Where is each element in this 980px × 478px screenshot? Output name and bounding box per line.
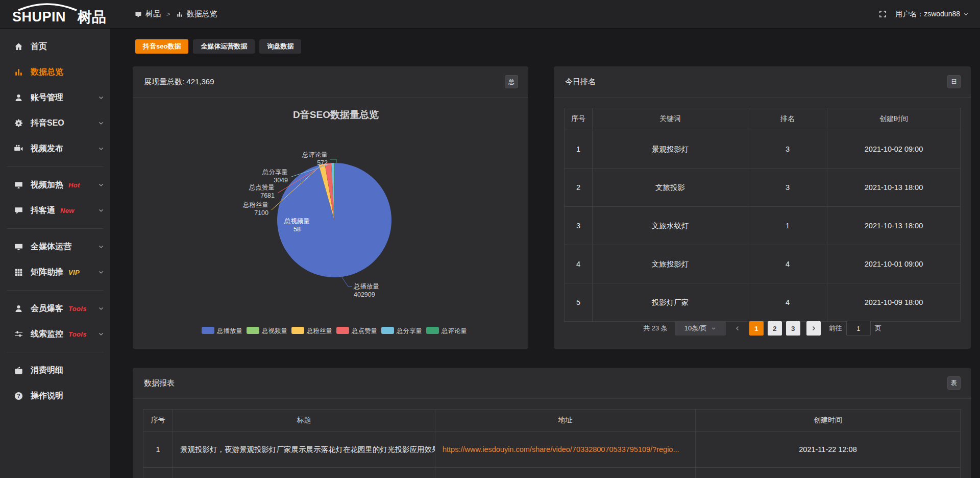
- wallet-icon: [14, 366, 23, 375]
- sliders-icon: [14, 329, 23, 339]
- cell: [143, 468, 173, 478]
- chevron-down-icon: [98, 269, 104, 275]
- cell: 文旅投影: [593, 169, 748, 207]
- sidebar-item-label: 矩阵助推: [31, 267, 63, 278]
- sidebar-item-视频加热[interactable]: 视频加热Hot: [0, 172, 110, 198]
- goto-page-input[interactable]: [846, 321, 871, 336]
- grid-icon: [13, 267, 23, 277]
- table-row: 2文旅投影32021-10-13 18:00: [565, 169, 961, 207]
- cell: [173, 468, 435, 478]
- user-icon: [13, 303, 23, 314]
- column-header: 序号: [565, 108, 593, 130]
- sidebar-item-label: 会员爆客: [31, 303, 63, 314]
- pie-chart: D音SEO数据量总览 总播放量402909总视频量58总粉丝量7100总点赞量7…: [143, 97, 518, 351]
- sidebar-item-抖客通[interactable]: 抖客通New: [0, 198, 110, 223]
- user-label: 用户名：zswodun88: [895, 10, 960, 19]
- sidebar-item-label: 抖音SEO: [31, 118, 64, 129]
- sidebar-item-首页[interactable]: 首页: [0, 34, 110, 59]
- column-header: 排名: [748, 108, 827, 130]
- gear-icon: [14, 118, 23, 128]
- day-toggle-button[interactable]: 日: [947, 75, 961, 88]
- goto-label: 前往: [829, 324, 842, 333]
- table-toggle-button[interactable]: 表: [947, 376, 961, 390]
- bar-chart-icon: [14, 67, 23, 77]
- cell: 投影灯厂家: [593, 283, 748, 322]
- data-tabs: 抖音seo数据全媒体运营数据询盘数据: [135, 39, 301, 54]
- legend-item-总点赞量[interactable]: 总点赞量: [336, 327, 377, 334]
- sidebar-item-视频发布[interactable]: 视频发布: [0, 136, 110, 161]
- user-icon: [14, 93, 23, 103]
- dashboard-screen: SHUPIN 树品 树品 > 数据总览: [0, 0, 980, 478]
- sidebar-item-label: 视频加热: [31, 180, 63, 190]
- legend-item-总粉丝量[interactable]: 总粉丝量: [291, 327, 332, 334]
- legend-item-总评论量[interactable]: 总评论量: [426, 327, 467, 334]
- main-content: 抖音seo数据全媒体运营数据询盘数据 展现量总数: 421,369 总 D音SE…: [110, 29, 980, 478]
- legend-label: 总评论量: [441, 327, 467, 334]
- cell: 2021-10-13 18:00: [827, 207, 961, 245]
- top-bar: SHUPIN 树品 树品 > 数据总览: [0, 0, 980, 29]
- legend-item-总分享量[interactable]: 总分享量: [381, 327, 422, 334]
- page-size-select[interactable]: 10条/页: [675, 321, 726, 336]
- sidebar-item-数据总览[interactable]: 数据总览: [0, 59, 110, 85]
- app-icon: [135, 11, 142, 18]
- slice-label: 58: [293, 226, 301, 233]
- cell: 1: [565, 130, 593, 169]
- sidebar-item-操作说明[interactable]: ?操作说明: [0, 383, 110, 409]
- table-row: 1景观投影灯32021-10-02 09:00: [565, 130, 961, 169]
- table-header-row: 序号标题地址创建时间: [143, 410, 961, 432]
- page-button-1[interactable]: 1: [749, 321, 764, 336]
- slice-label: 402909: [354, 291, 375, 298]
- cell: 2021-10-01 09:00: [827, 245, 961, 283]
- sidebar-item-抖音SEO[interactable]: 抖音SEO: [0, 110, 110, 136]
- user-menu[interactable]: 用户名：zswodun88: [895, 10, 969, 19]
- column-header: 序号: [143, 410, 173, 432]
- breadcrumb-home[interactable]: 树品: [135, 9, 161, 19]
- cell: 3: [748, 130, 827, 169]
- page-button-2[interactable]: 2: [768, 321, 782, 336]
- sidebar-item-会员爆客[interactable]: 会员爆客Tools: [0, 296, 110, 321]
- next-page-button[interactable]: [806, 321, 821, 336]
- label-line: [342, 277, 352, 286]
- video-link[interactable]: https://www.iesdouyin.com/share/video/70…: [443, 445, 679, 453]
- badge-VIP: VIP: [68, 269, 80, 276]
- breadcrumb-label: 数据总览: [187, 9, 217, 19]
- slice-label: 7100: [254, 209, 268, 217]
- sidebar-item-线索监控[interactable]: 线索监控Tools: [0, 321, 110, 347]
- cell: 2021-10-13 18:00: [827, 169, 961, 207]
- legend-swatch: [426, 327, 439, 334]
- fullscreen-icon[interactable]: [878, 10, 887, 18]
- tab-询盘数据[interactable]: 询盘数据: [259, 39, 301, 54]
- total-toggle-button[interactable]: 总: [505, 75, 518, 88]
- sidebar-item-label: 首页: [31, 41, 47, 52]
- chevron-down-icon: [711, 326, 716, 331]
- cell: 5: [565, 283, 593, 322]
- sidebar-item-全媒体运营[interactable]: 全媒体运营: [0, 234, 110, 259]
- legend-swatch: [336, 327, 349, 334]
- table-header-row: 序号关键词排名创建时间: [565, 108, 961, 130]
- page-button-3[interactable]: 3: [786, 321, 800, 336]
- slice-label: 总播放量: [353, 283, 379, 290]
- sidebar-item-矩阵助推[interactable]: 矩阵助推VIP: [0, 259, 110, 285]
- legend-label: 总分享量: [396, 327, 422, 334]
- legend-item-总播放量[interactable]: 总播放量: [202, 327, 242, 334]
- cell: 2: [565, 169, 593, 207]
- sidebar-item-账号管理[interactable]: 账号管理: [0, 85, 110, 110]
- legend-label: 总视频量: [261, 327, 287, 334]
- legend-item-总视频量[interactable]: 总视频量: [247, 327, 287, 334]
- legend-label: 总粉丝量: [306, 327, 332, 334]
- pagination-total: 共 23 条: [643, 324, 668, 333]
- cell: 2021-10-09 18:00: [827, 283, 961, 322]
- sidebar-item-消费明细[interactable]: 消费明细: [0, 357, 110, 383]
- tab-抖音seo数据[interactable]: 抖音seo数据: [135, 39, 188, 54]
- pagination: 共 23 条 10条/页 123 前往 页: [554, 321, 971, 336]
- prev-page-button[interactable]: [732, 321, 743, 336]
- bar-chart-icon: [13, 67, 23, 77]
- chevron-down-icon: [98, 244, 104, 250]
- cell: [435, 468, 696, 478]
- cell: 3: [565, 207, 593, 245]
- cell: 文旅水纹灯: [593, 207, 748, 245]
- tab-全媒体运营数据[interactable]: 全媒体运营数据: [193, 39, 255, 54]
- breadcrumb-current[interactable]: 数据总览: [176, 9, 217, 19]
- page-buttons: 123: [749, 321, 800, 336]
- table-row: 3文旅水纹灯12021-10-13 18:00: [565, 207, 961, 245]
